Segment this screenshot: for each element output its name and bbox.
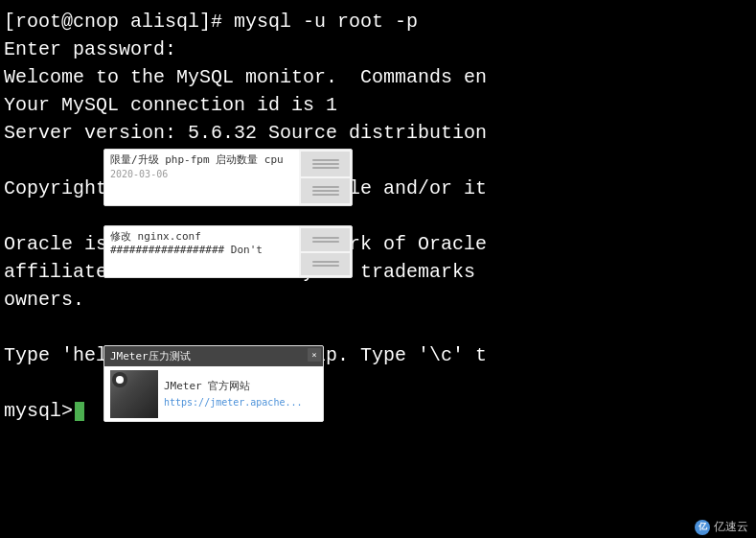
- thumb-1: [301, 152, 350, 176]
- card-3-badge: [112, 372, 127, 387]
- card-3-body: JMeter 官方网站 https://jmeter.apache...: [104, 366, 323, 422]
- watermark-text: 亿速云: [714, 519, 748, 535]
- card-3-header: JMeter压力测试: [104, 346, 323, 366]
- card-1-thumbstrip: [299, 150, 352, 205]
- card-3-badge-inner: [116, 376, 124, 384]
- article-card-2[interactable]: 修改 nginx.conf ################## Don't: [103, 225, 353, 278]
- watermark: 亿 亿速云: [687, 516, 756, 538]
- thumb-3: [301, 228, 350, 251]
- card-3-image: [110, 370, 158, 418]
- thumb-2: [301, 178, 350, 203]
- watermark-icon: 亿: [695, 520, 710, 535]
- article-card-1[interactable]: 限量/升级 php-fpm 启动数量 cpu 2020-03-06: [103, 149, 353, 206]
- card-2-thumbstrip: [299, 226, 352, 277]
- thumb-4: [301, 253, 350, 276]
- card-3-url: https://jmeter.apache...: [164, 396, 303, 409]
- card-3-text: JMeter 官方网站 https://jmeter.apache...: [164, 380, 303, 408]
- terminal-cursor: [75, 402, 84, 421]
- article-card-3[interactable]: × JMeter压力测试 JMeter 官方网站 https://jmeter.…: [103, 345, 324, 422]
- close-button[interactable]: ×: [308, 348, 321, 362]
- card-3-title: JMeter 官方网站: [164, 380, 303, 393]
